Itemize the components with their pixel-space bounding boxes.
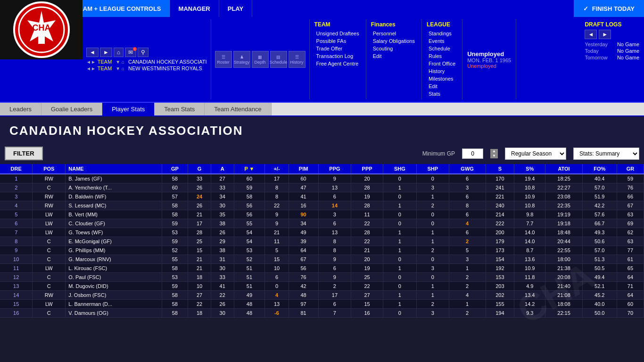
table-row[interactable]: 6LWC. Cloutier (GF)591738559346220042227… [0, 219, 644, 228]
team2-name[interactable]: NEW WESTMINSTER ROYALS [128, 66, 202, 71]
nav-home-btn[interactable]: ⌂ [114, 48, 124, 57]
cell-a: 22 [211, 291, 234, 300]
menu-salary[interactable]: Scouting [371, 45, 417, 52]
cell-shg: 0 [383, 273, 416, 282]
col-s[interactable]: S [486, 164, 514, 174]
col-pim[interactable]: PIM [289, 164, 318, 174]
strategy-btn[interactable]: ♟Strategy [233, 51, 250, 68]
tab-player-stats[interactable]: Player Stats [102, 103, 155, 115]
col-g[interactable]: G [188, 164, 211, 174]
filter-button[interactable]: FILTER [5, 147, 43, 160]
table-row[interactable]: 15LWL. Bannerman (D...582226481397615121… [0, 300, 644, 309]
cell-atoi: 19:18 [545, 219, 582, 228]
menu-scouting[interactable]: Edit [371, 52, 417, 60]
table-row[interactable]: 14RWJ. Osborn (FSC)582722494481727114202… [0, 291, 644, 300]
spin-down[interactable]: ▼ [490, 154, 498, 158]
nav-back-btn[interactable]: ◄ [86, 48, 99, 57]
menu-unsigned[interactable]: Unsigned Draftees [314, 30, 361, 37]
cell-atoi: 20:44 [545, 237, 582, 246]
draft-today-row: Today No Game [585, 48, 639, 54]
cell-g: 21 [188, 210, 211, 219]
table-row[interactable]: 4RWS. Lessard (MC)5826305622161428128240… [0, 201, 644, 210]
menu-milestones[interactable]: Milestones [427, 75, 457, 82]
schedule-btn[interactable]: ▤Schedule [270, 51, 287, 68]
table-row[interactable]: 11LWL. Kirouac (FSC)58213051105661913119… [0, 264, 644, 273]
cell-fopct: 40.4 [582, 174, 617, 183]
menu-standings[interactable]: Standings [427, 30, 457, 37]
nav-mail-btn[interactable]: ✉! [125, 48, 136, 57]
col-pos[interactable]: POS [33, 164, 66, 174]
menu-transaction[interactable]: Transaction Log [314, 52, 361, 60]
tab-leaders[interactable]: Leaders [0, 103, 41, 115]
col-spct[interactable]: S% [514, 164, 545, 174]
menu-trade-offer[interactable]: Trade Offer [314, 45, 361, 52]
stats-select[interactable]: Stats: Summary Stats: Offense Stats: Def… [573, 148, 639, 160]
menu-possible-fas[interactable]: Possible FAs [314, 37, 361, 45]
col-p[interactable]: P ▼ [234, 164, 265, 174]
menu-events[interactable]: Events [427, 37, 457, 45]
col-gr[interactable]: GR [617, 164, 644, 174]
col-name[interactable]: NAME [66, 164, 162, 174]
col-plusminus[interactable]: +/- [265, 164, 289, 174]
menu-free-agent[interactable]: Free Agent Centre [314, 60, 361, 67]
col-dre[interactable]: DRE [0, 164, 33, 174]
menu-rules[interactable]: Rules [427, 52, 457, 60]
nav-manager[interactable]: MANAGER [170, 0, 219, 17]
roster-btn[interactable]: ☰Roster [215, 51, 232, 68]
nav-play[interactable]: PLAY [219, 0, 252, 17]
cell-dre: 9 [0, 246, 33, 255]
nav-forward-btn[interactable]: ► [100, 48, 112, 57]
draft-prev-btn[interactable]: ◄ [585, 30, 597, 39]
cell-g: 26 [188, 183, 211, 192]
history-btn[interactable]: ☰History [289, 51, 305, 68]
cell-spct: 9.8 [514, 210, 545, 219]
menu-personnel[interactable]: Salary Obligations [371, 37, 417, 45]
table-row[interactable]: 7LWG. Toews (WF)532826542149132811620014… [0, 228, 644, 237]
min-gp-input[interactable] [462, 148, 483, 159]
season-select[interactable]: Regular Season Playoffs [505, 148, 566, 160]
col-shg[interactable]: SHG [383, 164, 416, 174]
table-row[interactable]: 9CG. Phillips (MM)521538535648211251738.… [0, 246, 644, 255]
page-title: CANADIAN HOCKEY ASSOCIATION [9, 123, 635, 138]
cell-fopct: 57.6 [582, 210, 617, 219]
spin-up[interactable]: ▲ [490, 149, 498, 154]
menu-schedule[interactable]: Schedule [427, 45, 457, 52]
cell-spct: 4.9 [514, 282, 545, 291]
min-gp-spinner[interactable]: ▲ ▼ [490, 149, 498, 158]
col-a[interactable]: A [211, 164, 234, 174]
cell-spct: 14.0 [514, 228, 545, 237]
col-ppp[interactable]: PPP [351, 164, 383, 174]
cell-g: 18 [188, 309, 211, 318]
team1-name[interactable]: TEAM [98, 59, 112, 65]
tab-goalie-leaders[interactable]: Goalie Leaders [41, 103, 102, 115]
table-row[interactable]: 12CO. Paul (FSC)5318335167692500215311.8… [0, 273, 644, 282]
tab-team-attendance[interactable]: Team Attendance [205, 103, 271, 115]
table-row[interactable]: 2CA. Yemchenko (T...60263359847132813324… [0, 183, 644, 192]
col-atoi[interactable]: ATOI [545, 164, 582, 174]
menu-edit-league[interactable]: Edit [427, 82, 457, 90]
col-shp[interactable]: SHP [416, 164, 449, 174]
table-row[interactable]: 1RWB. James (GF)58332760176092000617019.… [0, 174, 644, 183]
menu-front-office[interactable]: Front Office [427, 60, 457, 67]
nav-search-btn[interactable]: ⚲ [138, 48, 149, 57]
table-row[interactable]: 5LWB. Vert (MM)582135569903110062149.819… [0, 210, 644, 219]
cell-ppp: 16 [351, 309, 383, 318]
tab-team-stats[interactable]: Team Stats [155, 103, 205, 115]
menu-edit-finances[interactable] [371, 60, 417, 62]
table-row[interactable]: 8CE. McGonigal (GF)592529541139822112179… [0, 237, 644, 246]
menu-stats[interactable]: Stats [427, 90, 457, 98]
draft-next-btn[interactable]: ► [599, 30, 611, 39]
cell-dre: 10 [0, 255, 33, 264]
finish-today-button[interactable]: ✓ FINISH TODAY [574, 0, 644, 17]
table-row[interactable]: 13CM. Dugovic (DID)591041510422220122034… [0, 282, 644, 291]
table-row[interactable]: 3RWD. Baldwin (WF)5724345884161901622110… [0, 192, 644, 201]
table-row[interactable]: 10CG. Marcoux (RNV)552131521567920003154… [0, 255, 644, 264]
col-gp[interactable]: GP [162, 164, 188, 174]
col-fopct[interactable]: FO% [582, 164, 617, 174]
menu-history[interactable]: History [427, 67, 457, 75]
table-row[interactable]: 16CV. Damours (OG)58183048-6817160321949… [0, 309, 644, 318]
col-ppg[interactable]: PPG [318, 164, 351, 174]
depth-btn[interactable]: ▦Depth [252, 51, 269, 68]
menu-finances[interactable]: Personnel [371, 30, 417, 37]
col-gwg[interactable]: GWG [449, 164, 486, 174]
